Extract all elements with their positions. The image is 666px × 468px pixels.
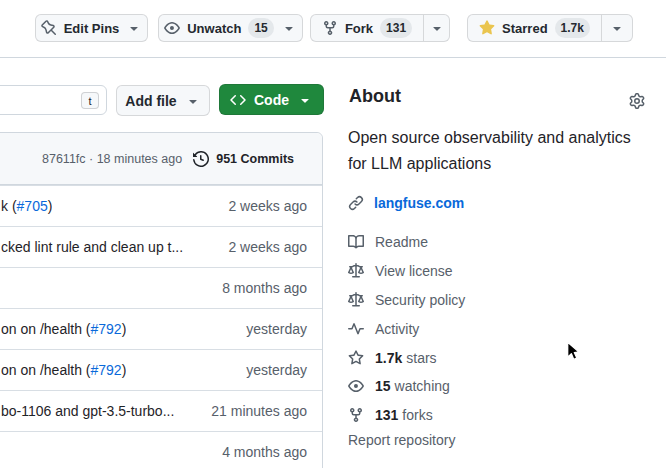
- commits-count-label: 951 Commits: [216, 152, 294, 166]
- add-file-label: Add file: [125, 93, 176, 109]
- issue-link[interactable]: #792: [91, 362, 122, 378]
- about-title: About: [349, 86, 401, 107]
- edit-pins-button[interactable]: Edit Pins: [35, 14, 148, 42]
- sidebar-item-activity[interactable]: Activity: [348, 314, 648, 343]
- commit-message-text: ): [122, 321, 127, 337]
- table-row[interactable]: on on /health (#792) yesterday: [0, 308, 322, 349]
- sidebar-item-label: Security policy: [375, 292, 465, 308]
- eye-icon: [348, 378, 375, 394]
- chevron-down-icon: [281, 20, 297, 36]
- eye-icon: [164, 20, 180, 36]
- commit-message: cked lint rule and clean up t...: [1, 239, 183, 255]
- about-links-list: Readme View license Security policy Acti…: [348, 228, 648, 430]
- website-row: langfuse.com: [348, 195, 464, 211]
- commit-age: 2 weeks ago: [228, 239, 307, 255]
- sidebar-item-readme[interactable]: Readme: [348, 228, 648, 257]
- commit-message-text: on on /health (: [1, 362, 91, 378]
- sidebar-item-license[interactable]: View license: [348, 257, 648, 286]
- table-row[interactable]: on on /health (#792) yesterday: [0, 349, 322, 390]
- about-sidebar: About Open source observability and anal…: [348, 0, 648, 468]
- law-icon: [348, 263, 375, 279]
- pin-icon: [41, 20, 57, 36]
- latest-commit-info[interactable]: 87611fc · 18 minutes ago: [42, 152, 182, 166]
- law-icon: [348, 292, 375, 308]
- sidebar-item-label: Activity: [375, 321, 419, 337]
- unwatch-label: Unwatch: [187, 21, 241, 36]
- sidebar-item-count: 1.7k: [375, 350, 402, 366]
- gear-icon[interactable]: [629, 92, 645, 110]
- mouse-cursor: [566, 341, 581, 366]
- sidebar-item-label: stars: [406, 350, 436, 366]
- commit-age: yesterday: [246, 321, 307, 337]
- book-icon: [348, 234, 375, 250]
- sidebar-item-label: forks: [402, 407, 432, 423]
- commit-age: yesterday: [246, 362, 307, 378]
- commit-message-text: ): [122, 362, 127, 378]
- code-icon: [230, 92, 246, 108]
- sidebar-item-label: Readme: [375, 234, 428, 250]
- sidebar-item-stars[interactable]: 1.7k stars: [348, 343, 648, 372]
- website-link[interactable]: langfuse.com: [374, 195, 464, 211]
- commit-message: on on /health (#792): [1, 362, 126, 378]
- commit-message: k (#705): [1, 198, 52, 214]
- issue-link[interactable]: #792: [91, 321, 122, 337]
- chevron-down-icon: [185, 93, 201, 109]
- repo-forked-icon: [322, 20, 338, 36]
- commit-message-text: ): [48, 198, 53, 214]
- commit-message: bo-1106 and gpt-3.5-turbo...: [1, 403, 174, 419]
- go-to-file-shortcut-key: t: [81, 92, 99, 109]
- table-row[interactable]: cked lint rule and clean up t... 2 weeks…: [0, 226, 322, 267]
- sidebar-item-label: View license: [375, 263, 453, 279]
- commit-age: 8 months ago: [222, 280, 307, 296]
- repo-forked-icon: [348, 407, 375, 423]
- report-repository-link[interactable]: Report repository: [348, 432, 455, 448]
- table-row[interactable]: k (#705) 2 weeks ago: [0, 185, 322, 226]
- commit-message-text: bo-1106 and gpt-3.5-turbo...: [1, 403, 174, 419]
- chevron-down-icon: [126, 20, 142, 36]
- star-icon: [348, 350, 375, 366]
- code-label: Code: [254, 92, 289, 108]
- table-row[interactable]: bo-1106 and gpt-3.5-turbo... 21 minutes …: [0, 390, 322, 431]
- sidebar-item-label: watching: [395, 378, 450, 394]
- commit-history-link[interactable]: 951 Commits: [193, 151, 294, 167]
- watchers-count-badge: 15: [248, 18, 273, 38]
- add-file-button[interactable]: Add file: [116, 85, 210, 116]
- commit-message-text: k (: [1, 198, 17, 214]
- unwatch-button[interactable]: Unwatch 15: [158, 14, 303, 42]
- link-icon: [348, 195, 374, 211]
- chevron-down-icon: [297, 92, 313, 108]
- file-list-table: 87611fc · 18 minutes ago 951 Commits k (…: [0, 132, 323, 468]
- issue-link[interactable]: #705: [17, 198, 48, 214]
- sidebar-item-count: 131: [375, 407, 398, 423]
- sidebar-item-count: 15: [375, 378, 391, 394]
- edit-pins-label: Edit Pins: [64, 21, 120, 36]
- github-repo-page: Edit Pins Unwatch 15 Fork 131 Starred 1.…: [0, 0, 666, 468]
- history-icon: [193, 151, 216, 167]
- commit-message-text: cked lint rule and clean up t...: [1, 239, 183, 255]
- latest-commit-bar: 87611fc · 18 minutes ago 951 Commits: [0, 133, 322, 185]
- table-row[interactable]: 8 months ago: [0, 267, 322, 308]
- sidebar-item-security-policy[interactable]: Security policy: [348, 286, 648, 315]
- repo-description: Open source observability and analytics …: [348, 125, 644, 177]
- commit-message-text: on on /health (: [1, 321, 91, 337]
- pulse-icon: [348, 321, 375, 337]
- table-row[interactable]: 4 months ago: [0, 431, 322, 468]
- commit-age: 4 months ago: [222, 444, 307, 460]
- sidebar-item-watching[interactable]: 15 watching: [348, 372, 648, 401]
- sidebar-item-forks[interactable]: 131 forks: [348, 401, 648, 430]
- commit-age: 21 minutes ago: [211, 403, 307, 419]
- code-button[interactable]: Code: [219, 84, 324, 115]
- commit-age: 2 weeks ago: [228, 198, 307, 214]
- commit-message: on on /health (#792): [1, 321, 126, 337]
